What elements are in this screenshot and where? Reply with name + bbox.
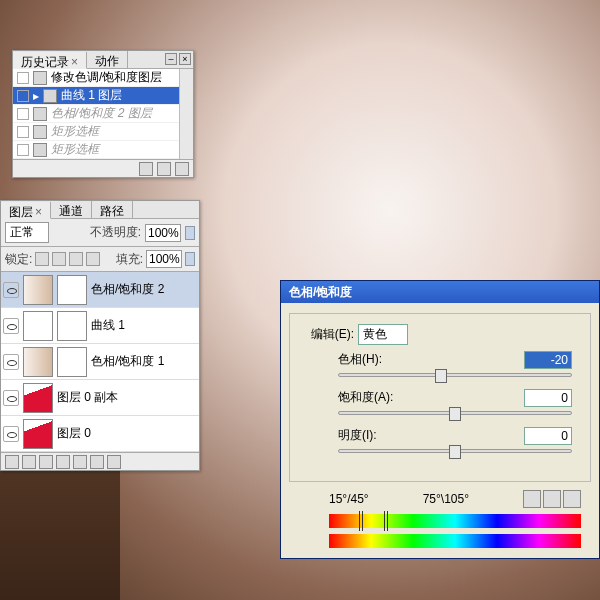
eyedropper-add-icon[interactable]: [543, 490, 561, 508]
mask-thumb[interactable]: [57, 347, 87, 377]
layer-row[interactable]: 色相/饱和度 2: [1, 272, 199, 308]
trash-icon[interactable]: [107, 455, 121, 469]
history-item[interactable]: 矩形选框: [13, 123, 193, 141]
visibility-icon[interactable]: [3, 318, 19, 334]
fill-flyout-icon[interactable]: [185, 252, 195, 266]
lightness-slider[interactable]: [338, 449, 572, 453]
layer-thumb[interactable]: [23, 419, 53, 449]
layer-thumb[interactable]: [23, 383, 53, 413]
mask-thumb[interactable]: [57, 275, 87, 305]
visibility-icon[interactable]: [3, 426, 19, 442]
layer-row[interactable]: 曲线 1: [1, 308, 199, 344]
lock-label: 锁定:: [5, 251, 32, 268]
layer-row[interactable]: 图层 0: [1, 416, 199, 452]
history-item[interactable]: 矩形选框: [13, 141, 193, 159]
fill-label: 填充:: [116, 251, 143, 268]
dialog-title[interactable]: 色相/饱和度: [281, 281, 599, 303]
opacity-input[interactable]: 100%: [145, 224, 181, 242]
hue-slider[interactable]: [338, 373, 572, 377]
visibility-icon[interactable]: [3, 282, 19, 298]
history-item[interactable]: ▸曲线 1 图层: [13, 87, 193, 105]
marquee-icon: [33, 143, 47, 157]
minimize-icon[interactable]: –: [165, 53, 177, 65]
hue-label: 色相(H):: [338, 351, 382, 369]
mask-icon[interactable]: [39, 455, 53, 469]
tab-close-icon[interactable]: ×: [71, 55, 78, 69]
lock-pixels-icon[interactable]: [52, 252, 66, 266]
layer-icon: [43, 89, 57, 103]
visibility-icon[interactable]: [3, 354, 19, 370]
lightness-input[interactable]: 0: [524, 427, 572, 445]
saturation-slider[interactable]: [338, 411, 572, 415]
mask-thumb[interactable]: [57, 311, 87, 341]
hue-input[interactable]: -20: [524, 351, 572, 369]
history-panel: – × 历史记录× 动作 修改色调/饱和度图层 ▸曲线 1 图层 色相/饱和度 …: [12, 50, 194, 178]
lightness-label: 明度(I):: [338, 427, 377, 445]
saturation-input[interactable]: 0: [524, 389, 572, 407]
hue-spectrum-result: [329, 534, 581, 548]
opacity-label: 不透明度:: [90, 224, 141, 241]
tab-channels[interactable]: 通道: [51, 201, 92, 218]
adjustment-thumb[interactable]: [23, 347, 53, 377]
edit-select[interactable]: 黄色: [358, 324, 408, 345]
tab-actions[interactable]: 动作: [87, 51, 128, 68]
scrollbar[interactable]: [179, 69, 193, 159]
link-icon[interactable]: [5, 455, 19, 469]
adjustment-thumb[interactable]: [23, 311, 53, 341]
adjustment-thumb[interactable]: [23, 275, 53, 305]
edit-label: 编辑(E):: [298, 326, 358, 343]
range-right-label: 75°\105°: [423, 492, 469, 506]
tab-layers[interactable]: 图层×: [1, 202, 51, 219]
new-doc-icon[interactable]: [157, 162, 171, 176]
tab-close-icon[interactable]: ×: [35, 205, 42, 219]
hue-spectrum[interactable]: [329, 514, 581, 528]
close-icon[interactable]: ×: [179, 53, 191, 65]
range-left-label: 15°/45°: [329, 492, 369, 506]
history-item[interactable]: 修改色调/饱和度图层: [13, 69, 193, 87]
group-icon[interactable]: [73, 455, 87, 469]
marquee-icon: [33, 125, 47, 139]
opacity-flyout-icon[interactable]: [185, 226, 195, 240]
layer-icon: [33, 107, 47, 121]
tab-history[interactable]: 历史记录×: [13, 52, 87, 69]
eyedropper-subtract-icon[interactable]: [563, 490, 581, 508]
visibility-icon[interactable]: [3, 390, 19, 406]
layer-row[interactable]: 色相/饱和度 1: [1, 344, 199, 380]
history-item[interactable]: 色相/饱和度 2 图层: [13, 105, 193, 123]
saturation-label: 饱和度(A):: [338, 389, 393, 407]
lock-transparent-icon[interactable]: [35, 252, 49, 266]
tab-paths[interactable]: 路径: [92, 201, 133, 218]
fx-icon[interactable]: [22, 455, 36, 469]
lock-position-icon[interactable]: [69, 252, 83, 266]
layer-icon: [33, 71, 47, 85]
layer-row[interactable]: 图层 0 副本: [1, 380, 199, 416]
adjustment-icon[interactable]: [56, 455, 70, 469]
hue-saturation-dialog: 色相/饱和度 编辑(E): 黄色 色相(H): -20 饱和度(A): 0: [280, 280, 600, 559]
blend-mode-select[interactable]: 正常: [5, 222, 49, 243]
trash-icon[interactable]: [175, 162, 189, 176]
fill-input[interactable]: 100%: [146, 250, 182, 268]
layers-panel: 图层× 通道 路径 正常 不透明度: 100% 锁定: 填充: 100% 色相/…: [0, 200, 200, 471]
eyedropper-icon[interactable]: [523, 490, 541, 508]
new-layer-icon[interactable]: [90, 455, 104, 469]
snapshot-icon[interactable]: [139, 162, 153, 176]
lock-all-icon[interactable]: [86, 252, 100, 266]
